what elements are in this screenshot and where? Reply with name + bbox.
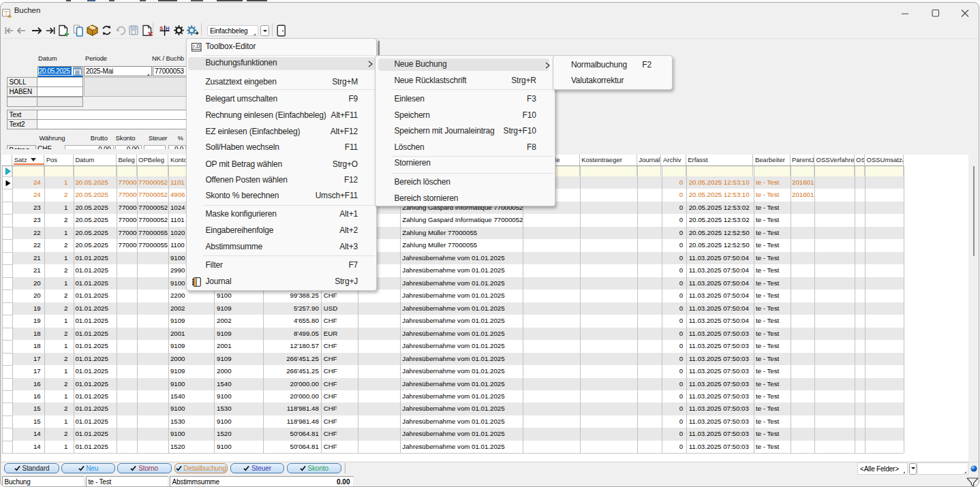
- svg-text:S: S: [159, 25, 163, 31]
